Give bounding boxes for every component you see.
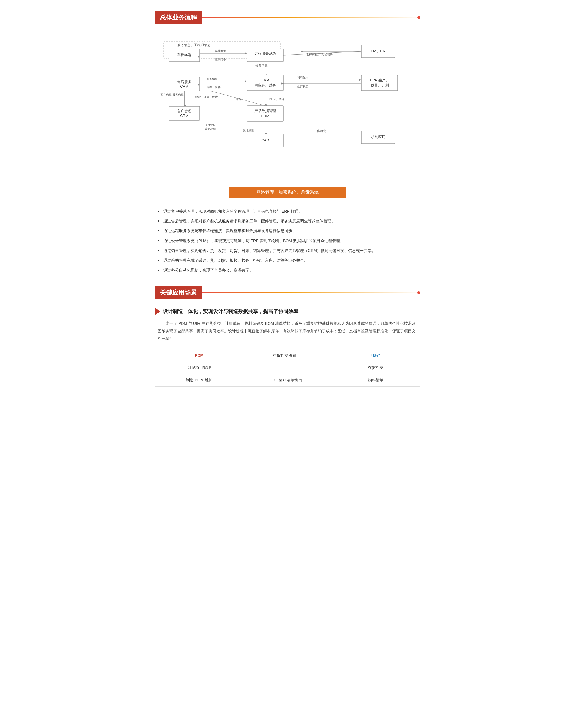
pdm-row2-right: 物料清单	[332, 374, 420, 387]
svg-text:流程审批、人员管理: 流程审批、人员管理	[306, 53, 333, 56]
svg-text:控制指令: 控制指令	[215, 58, 226, 61]
svg-text:车载数据: 车载数据	[215, 49, 226, 53]
bullet-item: 通过客户关系管理，实现对商机和客户的全程管理，订单信息直接与 ERP 打通。	[158, 206, 417, 216]
svg-text:生产状态: 生产状态	[297, 85, 308, 88]
pdm-row1-right: 存货档案	[332, 362, 420, 374]
bullet-item: 通过远程服务系统与车载终端连接，实现整车实时数据与设备运行信息同步。	[158, 226, 417, 236]
section2-header-line	[202, 292, 420, 293]
svg-text:收款、开票、发货: 收款、开票、发货	[195, 96, 218, 99]
orange-bar: 网络管理、加密系统、杀毒系统	[229, 187, 346, 198]
svg-rect-26	[362, 75, 398, 91]
svg-rect-19	[247, 75, 283, 91]
svg-text:售后服务: 售后服务	[177, 80, 192, 84]
pdm-header: PDM	[155, 349, 243, 362]
svg-rect-40	[247, 106, 283, 122]
svg-text:设计成果: 设计成果	[243, 129, 254, 132]
svg-text:OA、HR: OA、HR	[371, 49, 385, 53]
bullet-item: 通过办公自动化系统，实现了全员办公、资源共享。	[158, 265, 417, 275]
pdm-sync-label2: ← 物料清单协同	[243, 374, 332, 387]
pdm-row1-left: 研发项目管理	[155, 362, 243, 374]
svg-text:库存、设备: 库存、设备	[207, 86, 221, 89]
pdm-u8-table: PDM 存货档案协同 → U8++ 研发项目管理 存货档案 制造 BOM 维护 …	[155, 349, 420, 387]
svg-text:BOM、物料: BOM、物料	[269, 98, 284, 101]
bullet-item: 通过采购管理完成了采购订货、到货、报检、检验、拒收、入库、结算等业务整合。	[158, 255, 417, 265]
svg-text:服务信息、工程师信息: 服务信息、工程师信息	[177, 43, 211, 46]
svg-text:客户管理: 客户管理	[177, 109, 192, 113]
arrow-left-icon: ←	[273, 377, 278, 383]
svg-text:CAD: CAD	[261, 138, 269, 142]
arrow-right-icon: →	[297, 352, 302, 358]
svg-text:CRM: CRM	[180, 84, 189, 89]
flow-diagram: 服务信息、工程师信息 车载终端 远程服务系统 车载数据 控制指令 OA、HR 设…	[155, 32, 420, 178]
svg-text:ERP: ERP	[262, 78, 269, 82]
svg-text:库存: 库存	[236, 98, 241, 101]
svg-text:项目管理: 项目管理	[205, 123, 216, 127]
section1-header: 总体业务流程	[155, 11, 420, 24]
svg-text:服务信息: 服务信息	[207, 77, 218, 80]
u8-header: U8++	[332, 349, 420, 362]
svg-text:PDM: PDM	[261, 114, 269, 118]
section2-title: 关键应用场景	[155, 286, 202, 299]
section1-title: 总体业务流程	[155, 11, 202, 24]
bullet-item: 通过销售管理，实现销售订货、发货、对货、对账、结算管理，并与客户关系管理（CRM…	[158, 246, 417, 255]
svg-text:远程服务系统: 远程服务系统	[254, 51, 276, 56]
svg-text:车载终端: 车载终端	[177, 53, 192, 57]
svg-text:产品数据管理: 产品数据管理	[254, 109, 276, 113]
svg-text:供应链、财务: 供应链、财务	[254, 83, 276, 87]
svg-text:编码规则: 编码规则	[205, 127, 216, 130]
svg-text:质量、计划: 质量、计划	[371, 83, 389, 87]
bullet-item: 通过设计管理系统（PLM），实现变更可追溯，与 ERP 实现了物料、BOM 数据…	[158, 236, 417, 246]
subsection1-title: 设计制造一体化，实现设计与制造数据共享，提高了协同效率	[163, 308, 298, 315]
svg-text:ERP 生产、: ERP 生产、	[370, 78, 389, 82]
bullet-list: 通过客户关系管理，实现对商机和客户的全程管理，订单信息直接与 ERP 打通。 通…	[155, 206, 420, 275]
subsection1-title-container: 设计制造一体化，实现设计与制造数据共享，提高了协同效率	[155, 308, 420, 315]
svg-text:设备信息: 设备信息	[256, 64, 268, 67]
pdm-sync-label1: 存货档案协同 →	[243, 349, 332, 362]
section2-header: 关键应用场景	[155, 286, 420, 299]
subsection1-body: 统一了 PDM 与 U8+ 中存货分类、计量单位、物料编码及 BOM 清单结构，…	[155, 320, 420, 342]
pdm-row2-left: 制造 BOM 维护	[155, 374, 243, 387]
svg-text:移动应用: 移动应用	[371, 135, 385, 139]
subsection1-arrow-icon	[155, 308, 160, 315]
svg-text:材料领用: 材料领用	[297, 76, 308, 79]
svg-text:CRM: CRM	[180, 113, 189, 118]
svg-text:移动化: 移动化	[317, 129, 326, 133]
svg-text:客户信息 服务信息: 客户信息 服务信息	[161, 93, 184, 96]
bullet-item: 通过售后管理，实现对客户整机从服务请求到服务工单、配件管理、服务满意度调查等的整…	[158, 216, 417, 226]
section1-header-line	[202, 17, 420, 18]
